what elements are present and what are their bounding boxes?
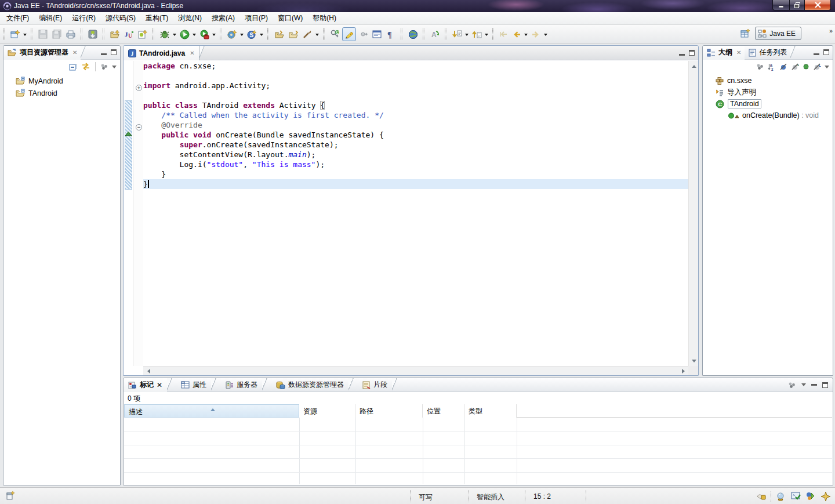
forward-icon[interactable]	[529, 27, 543, 41]
maximize-view-icon[interactable]	[111, 49, 117, 55]
save-icon[interactable]	[36, 27, 50, 41]
minimize-view-icon[interactable]	[679, 54, 685, 56]
brush-icon[interactable]	[300, 27, 314, 41]
outline-item-package[interactable]: cn.sxse	[703, 75, 833, 86]
tab-project-explorer[interactable]: 项目资源管理器 ✕	[3, 46, 81, 60]
annotation-ruler[interactable]	[124, 61, 133, 366]
view-menu-chevron[interactable]	[825, 66, 829, 71]
outline-item-class-tandroid[interactable]: C TAndroid	[703, 98, 833, 110]
minimize-view-icon[interactable]	[814, 53, 819, 55]
new-android-project-icon[interactable]	[136, 27, 150, 41]
tab-outline[interactable]: 大纲 ✕	[703, 46, 745, 60]
debug-dropdown[interactable]	[172, 27, 177, 41]
highlight-marker-icon[interactable]	[342, 27, 356, 41]
close-tab-icon[interactable]: ✕	[157, 381, 162, 389]
minimize-view-icon[interactable]	[101, 53, 107, 55]
run-icon[interactable]	[177, 27, 191, 41]
close-tab-icon[interactable]: ✕	[190, 50, 194, 56]
maximize-view-icon[interactable]	[822, 382, 828, 388]
status-compass-icon[interactable]	[820, 491, 832, 502]
view-menu-chevron[interactable]	[801, 383, 806, 389]
last-edit-location-icon[interactable]	[498, 27, 509, 41]
mark-occurrences-key-icon[interactable]: C	[328, 27, 342, 41]
window-minimize-button[interactable]	[772, 0, 789, 10]
menu-window[interactable]: 窗口(W)	[274, 12, 307, 24]
outline-item-method-oncreate[interactable]: onCreate(Bundle) : void	[703, 110, 833, 121]
perspective-javaee-button[interactable]: Java EE	[755, 27, 801, 40]
brush-dropdown[interactable]	[314, 27, 320, 41]
browser-icon[interactable]	[406, 27, 420, 41]
status-tip-icon[interactable]	[756, 491, 767, 502]
new-wizard-icon[interactable]	[8, 27, 22, 41]
menu-search[interactable]: 搜索(A)	[208, 12, 239, 24]
tab-task-list[interactable]: 任务列表	[745, 46, 790, 60]
new-web-service-icon[interactable]	[225, 27, 239, 41]
link-with-editor-icon[interactable]	[356, 27, 370, 41]
maximize-view-icon[interactable]	[823, 49, 829, 55]
sort-icon[interactable]: az	[768, 63, 776, 71]
outline-item-imports[interactable]: 导入声明	[703, 86, 833, 98]
project-item-tandroid[interactable]: TAndroid	[3, 87, 120, 99]
column-header-description[interactable]: 描述	[124, 404, 299, 418]
back-icon[interactable]	[509, 27, 523, 41]
debug-icon[interactable]	[158, 27, 172, 41]
tab-markers[interactable]: 标记 ✕	[124, 378, 167, 392]
console-icon[interactable]	[370, 27, 384, 41]
new-wizard-dropdown[interactable]	[22, 27, 28, 41]
horizontal-scrollbar[interactable]	[143, 366, 688, 375]
menu-source[interactable]: 源代码(S)	[101, 12, 140, 24]
window-maximize-button[interactable]	[789, 0, 805, 10]
forward-dropdown[interactable]	[543, 27, 549, 41]
project-item-myandroid[interactable]: MyAndroid	[3, 75, 120, 87]
new-server-dropdown[interactable]	[259, 27, 264, 41]
tab-servers[interactable]: 服务器	[220, 378, 262, 392]
tab-data-source-explorer[interactable]: 数据源资源管理器	[271, 378, 348, 392]
new-junit-test-icon[interactable]: JU	[122, 27, 136, 41]
view-menu-chevron[interactable]	[112, 66, 117, 71]
status-lamp-icon[interactable]	[775, 491, 786, 502]
menu-help[interactable]: 帮助(H)	[308, 12, 340, 24]
folding-ruler[interactable]: + −	[133, 61, 143, 366]
menu-navigate[interactable]: 浏览(N)	[174, 12, 206, 24]
previous-annotation-dropdown[interactable]	[484, 27, 489, 41]
column-header-location[interactable]: 位置	[423, 404, 464, 418]
collapse-all-icon[interactable]	[69, 63, 78, 71]
android-sdk-icon[interactable]	[86, 27, 100, 41]
view-menu-icon[interactable]	[788, 382, 796, 389]
menu-refactor[interactable]: 重构(T)	[141, 12, 172, 24]
save-all-icon[interactable]	[50, 27, 64, 41]
menu-project[interactable]: 项目(P)	[241, 12, 272, 24]
hide-local-types-icon[interactable]: L	[813, 63, 821, 71]
external-tools-icon[interactable]	[197, 27, 211, 41]
hide-fields-icon[interactable]	[779, 63, 787, 71]
editor-tab-tandroid-java[interactable]: J TAndroid.java ✕	[124, 46, 199, 60]
new-java-project-icon[interactable]	[108, 27, 122, 41]
back-dropdown[interactable]	[523, 27, 529, 41]
next-annotation-dropdown[interactable]	[464, 27, 470, 41]
fold-collapse-icon[interactable]: −	[136, 124, 142, 130]
toolbar-overflow-chevron[interactable]: »	[829, 27, 833, 34]
fold-expand-icon[interactable]: +	[136, 85, 142, 91]
code-lines[interactable]: package cn.sxse;import android.app.Activ…	[143, 61, 688, 366]
menu-file[interactable]: 文件(F)	[2, 12, 33, 24]
column-header-resource[interactable]: 资源	[299, 404, 355, 418]
hide-non-public-icon[interactable]	[803, 63, 809, 70]
maximize-view-icon[interactable]	[689, 50, 695, 56]
hide-static-icon[interactable]: S	[791, 63, 799, 71]
minimize-view-icon[interactable]	[811, 384, 817, 386]
menu-edit[interactable]: 编辑(E)	[35, 12, 66, 24]
next-annotation-icon[interactable]	[450, 27, 464, 41]
window-close-button[interactable]	[805, 0, 831, 10]
open-perspective-icon[interactable]	[739, 27, 752, 40]
new-server-icon[interactable]: S	[245, 27, 259, 41]
column-header-type[interactable]: 类型	[464, 404, 517, 418]
new-web-service-dropdown[interactable]	[239, 27, 245, 41]
search-icon[interactable]: A	[428, 27, 442, 41]
show-whitespace-icon[interactable]: ¶	[384, 27, 398, 41]
column-header-path[interactable]: 路径	[355, 404, 423, 418]
tab-properties[interactable]: 属性	[176, 378, 211, 392]
export-icon[interactable]	[286, 27, 300, 41]
print-icon[interactable]	[64, 27, 78, 41]
link-with-editor-icon[interactable]	[81, 63, 90, 71]
vertical-scrollbar[interactable]	[688, 61, 698, 366]
